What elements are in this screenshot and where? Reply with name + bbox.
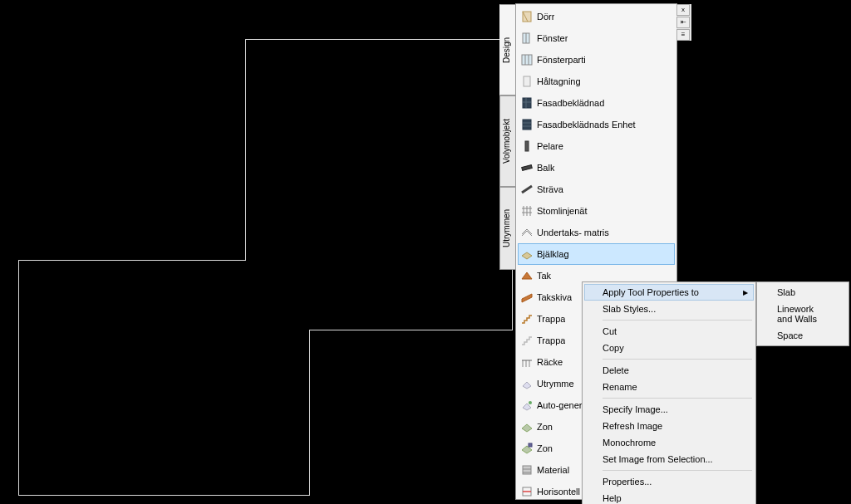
svg-rect-4 <box>522 55 532 65</box>
svg-rect-14 <box>525 141 529 151</box>
shape-edge <box>309 330 513 330</box>
material-icon <box>520 463 534 477</box>
svg-rect-15 <box>522 165 533 171</box>
svg-marker-29 <box>523 382 531 389</box>
tool-bjalklag[interactable]: Bjälklag <box>518 243 675 265</box>
menu-refresh-image[interactable]: Refresh Image <box>584 418 754 434</box>
tool-label: Zon <box>537 422 553 432</box>
tool-fonsterparti[interactable]: Fönsterparti <box>518 49 675 71</box>
menu-copy[interactable]: Copy <box>584 340 754 356</box>
tool-label: Dörr <box>537 12 554 22</box>
opening-icon <box>520 75 534 88</box>
svg-point-31 <box>529 401 532 404</box>
menu-separator <box>603 320 752 321</box>
tool-pelare[interactable]: Pelare <box>518 135 675 157</box>
svg-rect-34 <box>529 443 532 447</box>
window-assembly-icon <box>520 53 534 66</box>
stair-icon <box>520 312 534 325</box>
close-icon[interactable]: x <box>676 4 690 16</box>
roof-icon <box>520 269 534 282</box>
menu-delete[interactable]: Delete <box>584 362 754 379</box>
tool-fonster[interactable]: Fönster <box>518 27 675 49</box>
tool-haltagning[interactable]: Håltagning <box>518 71 675 92</box>
brace-icon <box>520 183 534 196</box>
menu-properties[interactable]: Properties... <box>584 473 754 490</box>
tool-label: Bjälklag <box>537 249 569 259</box>
tool-label: Balk <box>537 163 554 173</box>
tool-label: Material <box>537 465 569 475</box>
shape-edge <box>309 330 310 496</box>
tool-label: Trappa <box>537 314 565 324</box>
tool-label: Utrymme <box>537 379 574 389</box>
zone-icon <box>520 420 534 433</box>
tool-label: Fasadbeklädnads Enhet <box>537 120 636 130</box>
tool-undertaks-matris[interactable]: Undertaks- matris <box>518 222 675 243</box>
tab-design[interactable]: Design <box>499 4 516 95</box>
menu-separator <box>603 398 752 399</box>
auto-space-icon <box>520 399 534 412</box>
menu-set-image[interactable]: Set Image from Selection... <box>584 451 754 467</box>
svg-rect-7 <box>524 76 530 86</box>
menu-monochrome[interactable]: Monochrome <box>584 434 754 451</box>
tool-label: Zon <box>537 443 553 453</box>
tool-label: Undertaks- matris <box>537 228 609 237</box>
submenu-linework-walls[interactable]: Linework and Walls <box>759 301 847 327</box>
submenu-space[interactable]: Space <box>759 327 847 344</box>
grid-icon <box>520 204 534 218</box>
space-icon <box>520 377 534 390</box>
ceiling-grid-icon <box>520 226 534 239</box>
svg-line-16 <box>522 186 532 193</box>
tab-volymobjekt[interactable]: Volymobjekt <box>499 95 516 187</box>
tool-stomlinjenat[interactable]: Stomlinjenät <box>518 200 675 222</box>
tool-label: Trappa <box>537 335 565 345</box>
submenu-apply-to: Slab Linework and Walls Space <box>756 281 849 346</box>
shape-edge <box>18 260 19 496</box>
slab-icon <box>520 247 534 261</box>
tool-label: Fönster <box>537 33 568 43</box>
svg-marker-23 <box>522 272 532 279</box>
shape-edge <box>18 260 246 261</box>
side-tabs: Design Volymobjekt Utrymmen <box>499 4 516 499</box>
tool-strava[interactable]: Sträva <box>518 179 675 200</box>
menu-help[interactable]: Help <box>584 490 754 504</box>
tool-label: Fasadbeklädnad <box>537 98 604 108</box>
beam-icon <box>520 161 534 174</box>
menu-slab-styles[interactable]: Slab Styles... <box>584 301 754 317</box>
tool-label: Räcke <box>537 357 563 367</box>
menu-cut[interactable]: Cut <box>584 323 754 340</box>
context-menu: Apply Tool Properties to ▶ Slab Styles..… <box>582 281 756 504</box>
curtain-wall-icon <box>520 96 534 110</box>
shape-edge <box>18 495 310 496</box>
menu-separator <box>603 470 752 471</box>
menu-rename[interactable]: Rename <box>584 379 754 395</box>
window-icon <box>520 32 534 45</box>
section-icon <box>520 485 534 498</box>
pin-icon[interactable]: ⇤ <box>676 17 690 28</box>
tool-label: Håltagning <box>537 76 581 86</box>
tool-balk[interactable]: Balk <box>518 157 675 179</box>
column-icon <box>520 139 534 153</box>
shape-edge <box>245 39 246 261</box>
tool-fasadbekladnads-enhet[interactable]: Fasadbeklädnads Enhet <box>518 114 675 135</box>
palette-controls: x ⇤ ≡ <box>676 4 691 41</box>
menu-specify-image[interactable]: Specify Image... <box>584 401 754 418</box>
tab-utrymmen[interactable]: Utrymmen <box>499 187 516 270</box>
tool-label: Pelare <box>537 141 563 151</box>
svg-marker-24 <box>522 294 532 302</box>
menu-icon[interactable]: ≡ <box>676 29 690 41</box>
svg-marker-32 <box>522 424 532 432</box>
svg-rect-8 <box>523 98 531 108</box>
curtain-wall-unit-icon <box>520 118 534 131</box>
tool-label: Tak <box>537 271 551 281</box>
zone-icon <box>520 442 534 455</box>
tool-fasadbekladnad[interactable]: Fasadbeklädnad <box>518 92 675 114</box>
svg-marker-30 <box>523 404 531 410</box>
menu-label: Apply Tool Properties to <box>603 287 699 297</box>
submenu-slab[interactable]: Slab <box>759 284 847 301</box>
tool-dorr[interactable]: Dörr <box>518 6 675 27</box>
railing-icon <box>520 355 534 369</box>
menu-apply-tool-properties[interactable]: Apply Tool Properties to ▶ <box>584 284 754 301</box>
svg-rect-11 <box>523 120 531 130</box>
chevron-right-icon: ▶ <box>743 289 748 296</box>
door-icon <box>520 10 534 23</box>
